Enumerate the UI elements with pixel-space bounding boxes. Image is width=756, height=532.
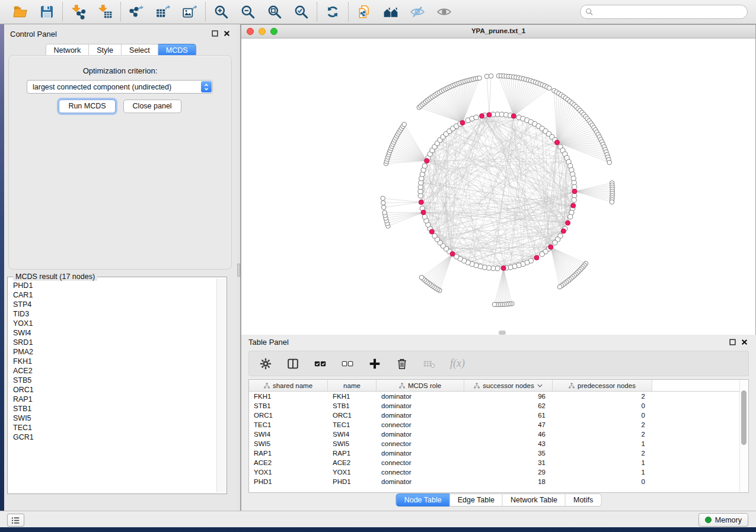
mcds-result-item[interactable]: SWI4 <box>9 328 216 338</box>
mcds-result-list[interactable]: PHD1CAR1STP4TID3YOX1SWI4SRD1PMA2FKH1ACE2… <box>9 281 216 492</box>
search-box[interactable] <box>580 5 748 19</box>
table-cell: dominator <box>377 430 464 439</box>
table-cell: dominator <box>377 411 464 420</box>
column-header-predecessor-nodes[interactable]: predecessor nodes <box>553 380 652 391</box>
column-header-mcds-role[interactable]: MCDS role <box>377 380 464 391</box>
tab-network-table[interactable]: Network Table <box>503 493 566 507</box>
network-graph[interactable] <box>241 39 755 334</box>
splitter-grip[interactable] <box>237 264 240 277</box>
mcds-result-scrollbar[interactable] <box>216 278 226 492</box>
save-session-icon[interactable] <box>39 4 55 20</box>
node-table: shared namenameMCDS rolesuccessor nodesp… <box>248 379 749 493</box>
zoom-fit-icon[interactable] <box>267 4 282 20</box>
import-table-icon[interactable] <box>97 4 113 20</box>
table-row[interactable]: STB1STB1dominator620 <box>249 401 748 411</box>
zoom-out-icon[interactable] <box>240 4 256 20</box>
network-canvas[interactable] <box>241 39 755 335</box>
mcds-result-item[interactable]: PMA2 <box>9 347 216 357</box>
table-vscrollbar[interactable] <box>739 380 748 492</box>
duplicate-network-icon[interactable] <box>356 4 372 20</box>
criterion-dropdown-value: largest connected component (undirected) <box>27 83 201 91</box>
mcds-result-item[interactable]: STB1 <box>9 404 216 414</box>
open-file-icon[interactable] <box>12 4 28 20</box>
table-cell: 47 <box>464 420 553 430</box>
export-network-icon[interactable] <box>129 4 144 20</box>
table-row[interactable]: ORC1ORC1dominator610 <box>249 411 748 420</box>
table-cell: 2 <box>553 392 652 401</box>
table-cell: 46 <box>464 430 553 439</box>
criterion-dropdown[interactable]: largest connected component (undirected) <box>27 80 213 94</box>
close-panel-icon[interactable] <box>224 30 230 37</box>
task-history-button[interactable] <box>7 514 24 527</box>
column-header-shared-name[interactable]: shared name <box>249 380 328 391</box>
network-hscroll-thumb[interactable] <box>499 331 506 335</box>
float-panel-icon[interactable] <box>212 30 218 37</box>
table-header-row: shared namenameMCDS rolesuccessor nodesp… <box>249 380 748 392</box>
first-neighbors-icon[interactable] <box>383 4 398 20</box>
toolbar-group <box>317 2 348 21</box>
export-image-icon[interactable] <box>182 4 197 20</box>
table-row[interactable]: YOX1YOX1connector291 <box>249 467 748 477</box>
search-input[interactable] <box>596 7 742 17</box>
maximize-window-icon[interactable] <box>270 28 277 35</box>
network-window-title: YPA_prune.txt_1 <box>241 25 755 37</box>
mcds-result-item[interactable]: YOX1 <box>9 319 216 328</box>
table-row[interactable]: SWI5SWI5connector431 <box>249 439 748 448</box>
table-cell: 0 <box>553 411 652 420</box>
settings-icon[interactable] <box>259 357 272 370</box>
mcds-result-item[interactable]: ORC1 <box>9 385 216 395</box>
show-all-icon[interactable] <box>436 4 452 20</box>
table-cell: dominator <box>377 401 464 411</box>
mcds-result-item[interactable]: STP4 <box>9 300 216 309</box>
mcds-result-item[interactable]: GCR1 <box>9 432 216 442</box>
status-bar: Memory <box>0 511 756 527</box>
mcds-result-item[interactable]: STB5 <box>9 376 216 385</box>
mcds-result-item[interactable]: RAP1 <box>9 395 216 404</box>
column-header-name[interactable]: name <box>328 380 377 391</box>
table-row[interactable]: FKH1FKH1dominator962 <box>249 392 748 401</box>
close-panel-icon[interactable] <box>741 339 748 345</box>
table-cell: SWI4 <box>249 430 328 439</box>
tab-motifs[interactable]: Motifs <box>566 493 601 507</box>
zoom-selected-icon[interactable] <box>294 4 309 20</box>
mcds-result-item[interactable]: PHD1 <box>9 281 216 290</box>
refresh-icon[interactable] <box>325 4 340 20</box>
table-cell: YOX1 <box>249 467 328 477</box>
table-row[interactable]: RAP1RAP1dominator352 <box>249 448 748 458</box>
column-header-successor-nodes[interactable]: successor nodes <box>464 380 553 391</box>
import-network-icon[interactable] <box>71 4 86 20</box>
split-pane-icon[interactable] <box>286 357 299 370</box>
network-window-titlebar[interactable]: YPA_prune.txt_1 <box>241 25 755 39</box>
mcds-result-item[interactable]: ACE2 <box>9 366 216 376</box>
hide-selected-icon[interactable] <box>410 4 425 20</box>
select-all-icon[interactable] <box>314 357 327 370</box>
add-column-icon[interactable] <box>368 357 381 370</box>
run-mcds-button[interactable]: Run MCDS <box>59 100 115 113</box>
mcds-result-item[interactable]: SWI5 <box>9 414 216 423</box>
mcds-result-title: MCDS result (17 nodes) <box>13 273 97 281</box>
table-row[interactable]: SWI4SWI4dominator462 <box>249 430 748 439</box>
tab-node-table[interactable]: Node Table <box>396 493 450 507</box>
mcds-result-item[interactable]: TEC1 <box>9 423 216 432</box>
mcds-result-item[interactable]: TID3 <box>9 309 216 319</box>
tab-edge-table[interactable]: Edge Table <box>450 493 503 507</box>
mcds-result-item[interactable]: CAR1 <box>9 290 216 300</box>
memory-button[interactable]: Memory <box>698 513 748 527</box>
destroy-table-icon[interactable] <box>423 357 436 370</box>
table-cell: connector <box>377 467 464 477</box>
table-row[interactable]: ACE2ACE2connector311 <box>249 458 748 467</box>
float-panel-icon[interactable] <box>729 339 736 345</box>
delete-column-icon[interactable] <box>395 357 409 370</box>
table-vscroll-thumb[interactable] <box>741 390 747 445</box>
table-row[interactable]: TEC1TEC1connector472 <box>249 420 748 430</box>
close-window-icon[interactable] <box>247 28 254 35</box>
close-panel-button[interactable]: Close panel <box>123 100 181 113</box>
export-table-icon[interactable] <box>155 4 171 20</box>
mcds-result-item[interactable]: FKH1 <box>9 357 216 366</box>
mcds-result-item[interactable]: SRD1 <box>9 338 216 347</box>
table-row[interactable]: PHD1PHD1dominator180 <box>249 477 748 486</box>
table-cell: 62 <box>464 401 553 411</box>
deselect-all-icon[interactable] <box>341 357 354 370</box>
minimize-window-icon[interactable] <box>259 28 266 35</box>
zoom-in-icon[interactable] <box>213 4 229 20</box>
